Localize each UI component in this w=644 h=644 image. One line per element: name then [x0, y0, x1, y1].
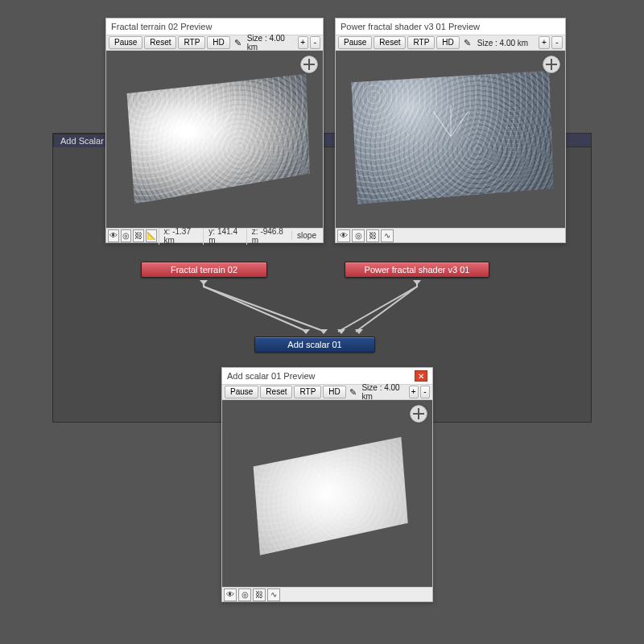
window-toolbar: Pause Reset RTP HD ✎ Size : 4.00 km + - [222, 384, 432, 400]
output-port-icon[interactable] [200, 280, 208, 285]
size-label: Size : 4.00 km [477, 39, 528, 47]
output-port-icon[interactable] [413, 280, 421, 285]
status-x: x: -1.37 km [159, 227, 202, 245]
close-button[interactable]: ✕ [415, 370, 427, 382]
window-titlebar[interactable]: Power fractal shader v3 01 Preview [336, 19, 565, 35]
node-label: Fractal terrain 02 [171, 265, 237, 275]
window-title: Fractal terrain 02 Preview [111, 22, 212, 31]
input-port-icon[interactable] [320, 329, 328, 334]
node-add-scalar[interactable]: Add scalar 01 [254, 336, 375, 353]
rtp-button[interactable]: RTP [294, 386, 321, 398]
status-slope: slope [291, 231, 321, 240]
target-icon[interactable]: ◎ [121, 229, 132, 242]
node-fractal-terrain[interactable]: Fractal terrain 02 [141, 262, 267, 278]
eye-icon[interactable]: 👁 [224, 588, 237, 601]
viewport[interactable] [106, 51, 323, 228]
input-port-icon[interactable] [355, 329, 363, 334]
zoom-in-button[interactable]: + [539, 36, 550, 49]
input-port-icon[interactable] [337, 329, 345, 334]
zoom-in-button[interactable]: + [298, 36, 308, 49]
reset-button[interactable]: Reset [260, 386, 292, 398]
brush-icon[interactable]: ✎ [348, 386, 359, 398]
link-icon[interactable]: ⛓ [366, 229, 379, 242]
zoom-in-button[interactable]: + [409, 386, 419, 398]
link-icon[interactable]: ⛓ [253, 588, 266, 601]
curve-icon[interactable]: ∿ [381, 229, 394, 242]
window-toolbar: Pause Reset RTP HD ✎ Size : 4.00 km + - [336, 35, 565, 51]
eye-icon[interactable]: 👁 [337, 229, 350, 242]
node-power-fractal[interactable]: Power fractal shader v3 01 [345, 262, 489, 278]
rtp-button[interactable]: RTP [178, 36, 205, 49]
measure-icon[interactable]: 📐 [146, 229, 157, 242]
window-titlebar[interactable]: Fractal terrain 02 Preview [106, 19, 323, 35]
hd-button[interactable]: HD [323, 386, 345, 398]
status-z: z: -946.8 m [246, 227, 290, 245]
brush-icon[interactable]: ✎ [461, 36, 474, 49]
status-bar: 👁 ◎ ⛓ ∿ [222, 587, 432, 601]
pause-button[interactable]: Pause [338, 36, 372, 49]
hd-button[interactable]: HD [207, 36, 229, 49]
compass-icon[interactable] [410, 405, 427, 423]
status-bar: 👁 ◎ ⛓ ∿ [336, 228, 565, 242]
tab-label: Add Scalar [60, 136, 104, 146]
status-bar: 👁 ◎ ⛓ 📐 x: -1.37 km y: 141.4 m z: -946.8… [106, 228, 323, 242]
preview-window-power-fractal[interactable]: Power fractal shader v3 01 Preview Pause… [335, 18, 566, 243]
node-label: Power fractal shader v3 01 [365, 265, 470, 275]
target-icon[interactable]: ◎ [352, 229, 365, 242]
rtp-button[interactable]: RTP [407, 36, 435, 49]
reset-button[interactable]: Reset [144, 36, 176, 49]
reset-button[interactable]: Reset [374, 36, 406, 49]
size-label: Size : 4.00 km [361, 383, 405, 401]
window-titlebar[interactable]: Add scalar 01 Preview ✕ [222, 368, 432, 384]
viewport[interactable] [336, 51, 565, 228]
pause-button[interactable]: Pause [225, 386, 258, 398]
pause-button[interactable]: Pause [109, 36, 142, 49]
zoom-out-button[interactable]: - [420, 386, 430, 398]
size-label: Size : 4.00 km [247, 34, 295, 52]
terrain-preview [243, 426, 411, 560]
preview-window-fractal-terrain[interactable]: Fractal terrain 02 Preview Pause Reset R… [105, 18, 324, 243]
window-title: Add scalar 01 Preview [227, 371, 315, 381]
compass-icon[interactable] [300, 56, 318, 73]
hd-button[interactable]: HD [436, 36, 459, 49]
brush-icon[interactable]: ✎ [232, 36, 244, 49]
input-port-icon[interactable] [302, 329, 310, 334]
status-y: y: 141.4 m [203, 227, 244, 245]
zoom-out-button[interactable]: - [310, 36, 320, 49]
node-label: Add scalar 01 [287, 340, 341, 349]
zoom-out-button[interactable]: - [551, 36, 563, 49]
window-toolbar: Pause Reset RTP HD ✎ Size : 4.00 km + - [106, 35, 323, 51]
terrain-preview [119, 68, 310, 207]
eye-icon[interactable]: 👁 [108, 229, 119, 242]
preview-window-add-scalar[interactable]: Add scalar 01 Preview ✕ Pause Reset RTP … [221, 367, 433, 602]
target-icon[interactable]: ◎ [238, 588, 251, 601]
viewport[interactable] [222, 400, 432, 587]
curve-icon[interactable]: ∿ [267, 588, 280, 601]
compass-icon[interactable] [543, 56, 560, 73]
terrain-preview [347, 65, 554, 210]
tab-add-scalar[interactable]: Add Scalar [53, 134, 111, 147]
link-icon[interactable]: ⛓ [133, 229, 144, 242]
window-title: Power fractal shader v3 01 Preview [341, 22, 480, 31]
